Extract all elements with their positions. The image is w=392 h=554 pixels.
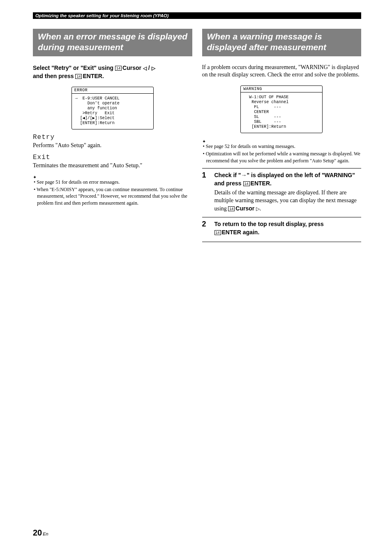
enter-label: ENTER xyxy=(251,180,270,187)
lcd-line: Reverse channel xyxy=(244,100,319,105)
remote-key-14-icon: 14 xyxy=(115,66,122,71)
retry-option-name: Retry xyxy=(33,134,192,141)
tip-icon xyxy=(33,173,192,178)
lcd-line: SBL --- xyxy=(244,120,319,125)
step-body: To return to the top result display, pre… xyxy=(214,220,362,238)
left-notes-list: See page 51 for details on error message… xyxy=(33,179,192,206)
lcd-line: [◀]/[▶]:Select xyxy=(75,116,150,121)
page-number: 20En xyxy=(33,528,48,538)
left-instruction: Select "Retry" or "Exit" using 14Cursor … xyxy=(33,64,192,81)
lcd-line: W-1:OUT OF PHASE xyxy=(244,95,319,100)
step-1-title: Check if "→" is displayed on the left of… xyxy=(214,171,362,188)
page-number-suffix: En xyxy=(43,531,48,536)
lcd-screen: ERROR → E-9:USER CANCEL Don't operate an… xyxy=(71,87,154,129)
lcd-line: Don't operate xyxy=(75,101,150,106)
left-section-heading: When an error message is displayed durin… xyxy=(33,29,192,56)
lcd-title: ERROR xyxy=(72,87,153,94)
step-1: 1 Check if "→" is displayed on the left … xyxy=(202,168,362,213)
exit-option-name: Exit xyxy=(33,154,192,161)
step-body: Check if "→" is displayed on the left of… xyxy=(214,171,362,213)
lcd-line: >Retry Exit xyxy=(75,111,150,116)
text-fragment: Select "Retry" or "Exit" using xyxy=(33,65,115,71)
lcd-line: FL --- xyxy=(244,105,319,110)
remote-key-14-icon: 14 xyxy=(228,206,235,211)
enter-label: ENTER xyxy=(83,73,102,79)
step-2: 2 To return to the top result display, p… xyxy=(202,217,362,238)
horizontal-rule xyxy=(202,242,362,242)
warning-screen-illustration: WARNING W-1:OUT OF PHASE Reverse channel… xyxy=(202,85,362,133)
lcd-body: W-1:OUT OF PHASE Reverse channel FL --- … xyxy=(241,92,322,133)
text-fragment: and then press xyxy=(33,73,75,79)
period: . xyxy=(260,205,261,212)
lcd-line: SL --- xyxy=(244,115,319,120)
step-number: 1 xyxy=(202,171,209,213)
remote-key-14-icon: 14 xyxy=(214,230,221,235)
page-number-value: 20 xyxy=(33,528,42,537)
list-item: When "E-5:NOISY" appears, you can contin… xyxy=(37,186,192,206)
cursor-label: Cursor xyxy=(235,205,254,212)
left-triangle-icon: ◁ xyxy=(143,65,147,71)
right-section-heading: When a warning message is displayed afte… xyxy=(202,29,362,56)
lcd-line: any function xyxy=(75,106,150,111)
lcd-line: [ENTER]:Return xyxy=(244,125,319,129)
retry-option-desc: Performs "Auto Setup" again. xyxy=(33,142,192,150)
list-item: Optimization will not be performed while… xyxy=(206,150,362,164)
step-number: 2 xyxy=(202,220,209,238)
lcd-title: WARNING xyxy=(241,86,322,92)
tip-icon xyxy=(202,137,362,142)
remote-key-14-icon: 14 xyxy=(243,181,250,186)
text-fragment: again. xyxy=(241,229,259,235)
error-screen-illustration: ERROR → E-9:USER CANCEL Don't operate an… xyxy=(33,87,192,129)
lcd-body: → E-9:USER CANCEL Don't operate any func… xyxy=(72,94,153,129)
text-fragment: Check if "→" is displayed on the left of… xyxy=(214,172,355,187)
period: . xyxy=(270,180,272,187)
text-fragment: To return to the top result display, pre… xyxy=(214,221,324,227)
exit-option-desc: Terminates the measurement and "Auto Set… xyxy=(33,162,192,170)
left-column: When an error message is displayed durin… xyxy=(33,29,192,242)
lcd-line: → E-9:USER CANCEL xyxy=(75,96,150,101)
right-notes-list: See page 52 for details on warning messa… xyxy=(202,143,362,164)
section-context-bar: Optimizing the speaker setting for your … xyxy=(33,12,361,19)
cursor-label: Cursor xyxy=(122,65,141,71)
lcd-line: [ENTER]:Return xyxy=(75,121,150,126)
right-column: When a warning message is displayed afte… xyxy=(202,29,362,242)
right-triangle-icon: ▷ xyxy=(152,65,155,71)
period: . xyxy=(102,73,104,79)
list-item: See page 51 for details on error message… xyxy=(37,179,192,185)
step-1-desc: Details of the warning message are displ… xyxy=(214,189,362,213)
right-intro: If a problem occurs during measurement, … xyxy=(202,64,362,79)
step-2-title: To return to the top result display, pre… xyxy=(214,220,362,237)
slash: / xyxy=(147,65,152,71)
two-column-layout: When an error message is displayed durin… xyxy=(33,29,361,242)
page: Optimizing the speaker setting for your … xyxy=(0,0,392,259)
lcd-screen: WARNING W-1:OUT OF PHASE Reverse channel… xyxy=(240,85,323,133)
remote-key-14-icon: 14 xyxy=(75,74,82,79)
lcd-line: CENTER xyxy=(244,110,319,115)
right-triangle-icon: ▷ xyxy=(256,206,260,212)
list-item: See page 52 for details on warning messa… xyxy=(206,143,362,150)
enter-label: ENTER xyxy=(222,229,241,235)
